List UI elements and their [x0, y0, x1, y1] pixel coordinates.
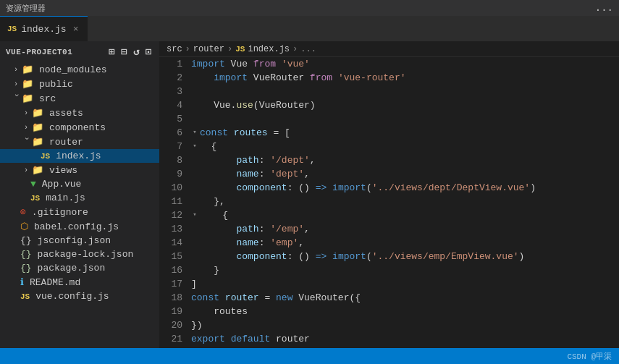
line-number-18: 18	[159, 291, 182, 305]
line-number-10: 10	[159, 181, 182, 195]
sidebar-item-label: package.json	[38, 263, 106, 274]
code-line-13: path: '/emp',	[191, 222, 619, 236]
sidebar-item-label: views	[49, 165, 77, 176]
code-line-14: name: 'emp',	[191, 236, 619, 250]
code-line-11: },	[191, 195, 619, 208]
sidebar-item-package-lock.json[interactable]: {}package-lock.json	[0, 247, 159, 261]
line-number-5: 5	[159, 112, 182, 126]
code-line-7: ▾ {	[191, 140, 619, 153]
fold-arrow-6[interactable]: ▾	[190, 128, 200, 138]
line-number-19: 19	[159, 305, 182, 318]
code-line-5	[191, 112, 619, 126]
line-number-12: 12	[159, 208, 182, 222]
chevron-down-icon: ›	[12, 93, 20, 104]
sidebar-item-label: node_modules	[39, 64, 107, 75]
refresh-icon[interactable]: ↺	[132, 44, 141, 59]
json-file-icon: {}	[20, 263, 32, 274]
fold-arrow-7[interactable]: ▾	[190, 142, 200, 152]
sidebar-item-label: App.vue	[42, 179, 82, 190]
tab-index-js[interactable]: JS index.js ×	[0, 16, 88, 41]
sidebar-item-label: vue.config.js	[35, 291, 109, 302]
tab-js-icon: JS	[7, 25, 17, 33]
file-tree: ›📁node_modules›📁public›📁src›📁assets›📁com…	[0, 62, 159, 303]
sidebar-item-main.js[interactable]: JSmain.js	[0, 191, 159, 205]
code-editor[interactable]: 123456789101112131415161718192021 import…	[159, 57, 619, 348]
sidebar-item-.gitignore[interactable]: ⊙.gitignore	[0, 205, 159, 219]
watermark: CSDN @甲渠	[567, 351, 612, 362]
git-file-icon: ⊙	[20, 206, 26, 218]
line-number-9: 9	[159, 167, 182, 181]
editor-area: src › router › JS index.js › ... 1234567…	[159, 41, 619, 348]
sidebar-item-label: router	[49, 137, 83, 148]
breadcrumb-router: router	[193, 44, 224, 54]
sidebar-header: VUE-PROJECT01 ⊞ ⊟ ↺ ⊡	[0, 41, 159, 62]
breadcrumb-dots: ...	[300, 44, 316, 54]
sidebar-item-label: index.js	[56, 151, 101, 161]
sidebar-item-public[interactable]: ›📁public	[0, 77, 159, 91]
line-number-15: 15	[159, 250, 182, 263]
code-line-12: ▾ {	[191, 208, 619, 222]
sidebar-item-label: assets	[49, 108, 83, 119]
code-line-6: ▾const routes = [	[191, 126, 619, 140]
tab-close-button[interactable]: ×	[71, 23, 81, 35]
line-number-13: 13	[159, 222, 182, 236]
chevron-down-icon: ›	[22, 136, 30, 148]
folder-icon: 📁	[22, 64, 33, 75]
line-number-17: 17	[159, 277, 182, 291]
js-file-icon: JS	[41, 152, 50, 161]
sidebar-item-index.js[interactable]: JSindex.js	[0, 149, 159, 163]
chevron-right-icon: ›	[20, 124, 32, 132]
sidebar-item-label: README.md	[30, 277, 80, 288]
fold-arrow-12[interactable]: ▾	[190, 211, 200, 221]
sidebar-item-assets[interactable]: ›📁assets	[0, 106, 159, 120]
title-bar-text: 资源管理器	[6, 3, 46, 14]
folder-icon: 📁	[32, 164, 43, 176]
sidebar-title: VUE-PROJECT01	[6, 48, 72, 56]
sidebar-item-App.vue[interactable]: ▼App.vue	[0, 177, 159, 191]
babel-file-icon: ⬡	[20, 221, 28, 232]
line-number-1: 1	[159, 57, 182, 71]
title-bar-dots[interactable]: ...	[595, 2, 613, 14]
folder-icon: 📁	[22, 78, 33, 90]
line-number-4: 4	[159, 98, 182, 112]
line-number-20: 20	[159, 318, 182, 332]
code-line-10: component: () => import('../views/dept/D…	[191, 181, 619, 195]
line-number-21: 21	[159, 332, 182, 346]
sidebar-item-router[interactable]: ›📁router	[0, 135, 159, 149]
new-file-icon[interactable]: ⊞	[107, 44, 117, 59]
breadcrumb: src › router › JS index.js › ...	[159, 41, 619, 57]
sidebar-item-src[interactable]: ›📁src	[0, 91, 159, 106]
breadcrumb-src: src	[167, 44, 182, 54]
tab-filename: index.js	[21, 24, 66, 35]
sidebar-item-label: babel.config.js	[34, 221, 119, 232]
sidebar-item-label: jsconfig.json	[38, 235, 111, 246]
sidebar-item-views[interactable]: ›📁views	[0, 163, 159, 177]
sidebar-item-package.json[interactable]: {}package.json	[0, 261, 159, 275]
main-content: VUE-PROJECT01 ⊞ ⊟ ↺ ⊡ ›📁node_modules›📁pu…	[0, 41, 619, 348]
status-bar: CSDN @甲渠	[0, 348, 619, 364]
sidebar-item-label: components	[49, 122, 106, 133]
chevron-right-icon: ›	[10, 80, 22, 88]
sidebar-item-node_modules[interactable]: ›📁node_modules	[0, 62, 159, 77]
sidebar-item-components[interactable]: ›📁components	[0, 120, 159, 135]
new-folder-icon[interactable]: ⊟	[119, 44, 129, 59]
sidebar-item-vue.config.js[interactable]: JSvue.config.js	[0, 289, 159, 303]
breadcrumb-file: index.js	[248, 44, 290, 54]
sidebar-item-jsconfig.json[interactable]: {}jsconfig.json	[0, 234, 159, 247]
code-line-2: import VueRouter from 'vue-router'	[191, 71, 619, 85]
code-line-21: export default router	[191, 332, 619, 346]
code-line-4: Vue.use(VueRouter)	[191, 98, 619, 112]
sidebar-item-README.md[interactable]: ℹREADME.md	[0, 275, 159, 289]
folder-icon: 📁	[32, 136, 43, 148]
folder-icon: 📁	[32, 122, 43, 133]
line-number-16: 16	[159, 263, 182, 277]
readme-file-icon: ℹ	[20, 276, 24, 288]
sidebar-item-babel.config.js[interactable]: ⬡babel.config.js	[0, 219, 159, 234]
breadcrumb-js-icon: JS	[235, 45, 245, 54]
sidebar-item-label: main.js	[46, 192, 85, 203]
collapse-all-icon[interactable]: ⊡	[144, 44, 153, 59]
line-number-6: 6	[159, 126, 182, 140]
code-content[interactable]: import Vue from 'vue' import VueRouter f…	[188, 57, 619, 348]
breadcrumb-sep2: ›	[227, 44, 232, 54]
code-line-18: const router = new VueRouter({	[191, 291, 619, 305]
